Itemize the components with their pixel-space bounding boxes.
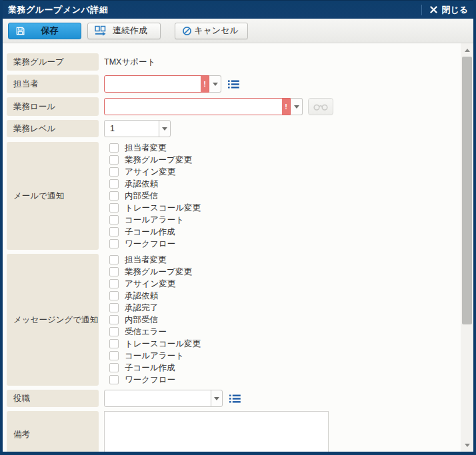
cancel-button[interactable]: キャンセル	[175, 23, 248, 39]
business-level-dropdown-arrow[interactable]	[159, 120, 171, 137]
business-group-label: 業務グループ	[7, 53, 99, 71]
mail-notify-option: トレースコール変更	[109, 202, 201, 214]
business-level-value: 1	[105, 121, 159, 137]
scroll-down-icon	[465, 444, 470, 447]
checkbox-unchecked[interactable]	[109, 339, 119, 348]
mail-notify-option: 承認依頼	[109, 178, 201, 190]
remarks-textarea[interactable]	[104, 411, 329, 452]
business-group-member-detail-dialog: 業務グループメンバ詳細 閉じる 保存	[0, 0, 476, 455]
messaging-notify-label: メッセージングで通知	[7, 254, 99, 386]
checkbox-unchecked[interactable]	[109, 363, 119, 372]
checkbox-unchecked[interactable]	[109, 167, 119, 177]
messaging-notify-option: 受信エラー	[109, 326, 201, 338]
checkbox-unchecked[interactable]	[109, 303, 119, 312]
checkbox-unchecked[interactable]	[109, 279, 119, 288]
business-level-select[interactable]: 1	[104, 120, 171, 137]
checkbox-unchecked[interactable]	[109, 239, 119, 248]
messaging-notify-option: 子コール作成	[109, 362, 201, 374]
dialog-title: 業務グループメンバ詳細	[0, 4, 108, 16]
business-role-dropdown-arrow[interactable]	[291, 98, 303, 115]
messaging-notify-option: 業務グループ変更	[109, 266, 201, 278]
form-content: 業務グループ TMXサポート 担当者 !	[3, 43, 461, 452]
mail-notify-row: メールで通知 担当者変更 業務グループ変更 アサイン変更 承認依頼 内部受信 ト…	[7, 142, 461, 250]
mail-notify-option: ワークフロー	[109, 238, 201, 250]
scroll-down-button[interactable]	[461, 440, 473, 450]
business-group-row: 業務グループ TMXサポート	[7, 53, 461, 71]
assignee-label: 担当者	[7, 75, 99, 93]
remarks-row: 備考	[7, 411, 461, 452]
vertical-scrollbar	[461, 43, 473, 452]
checkbox-unchecked[interactable]	[109, 227, 119, 236]
checkbox-unchecked[interactable]	[109, 315, 119, 324]
mail-notify-option: コールアラート	[109, 214, 201, 226]
messaging-notify-option: アサイン変更	[109, 278, 201, 290]
list-icon	[228, 80, 239, 89]
chevron-down-icon	[294, 105, 299, 109]
continuous-create-button-label: 連続作成	[107, 25, 153, 37]
checkbox-unchecked[interactable]	[109, 203, 119, 213]
assignee-dropdown-arrow[interactable]	[209, 75, 221, 93]
business-role-input[interactable]	[105, 99, 282, 115]
checkbox-unchecked[interactable]	[109, 267, 119, 276]
remarks-label: 備考	[7, 411, 99, 452]
cancel-icon	[182, 26, 192, 36]
business-role-lookup-button[interactable]	[308, 98, 333, 115]
business-role-label: 業務ロール	[7, 97, 99, 116]
mail-notify-option: 内部受信	[109, 190, 201, 202]
business-level-row: 業務レベル 1	[7, 120, 461, 137]
position-label: 役職	[7, 390, 99, 407]
position-dropdown-arrow[interactable]	[211, 390, 223, 407]
scroll-up-button[interactable]	[461, 45, 473, 55]
mail-notify-option: 業務グループ変更	[109, 154, 201, 166]
list-icon	[229, 394, 241, 403]
messaging-notify-row: メッセージングで通知 担当者変更 業務グループ変更 アサイン変更 承認依頼 承認…	[7, 254, 461, 386]
checkbox-unchecked[interactable]	[109, 255, 119, 264]
chevron-down-icon	[214, 397, 219, 400]
assignee-list-button[interactable]	[228, 80, 239, 89]
messaging-notify-option: 承認完了	[109, 302, 201, 314]
checkbox-unchecked[interactable]	[109, 375, 119, 384]
close-button[interactable]: 閉じる	[421, 1, 476, 19]
checkbox-unchecked[interactable]	[109, 179, 119, 189]
checkbox-unchecked[interactable]	[109, 143, 119, 153]
checkbox-unchecked[interactable]	[109, 155, 119, 165]
checkbox-unchecked[interactable]	[109, 215, 119, 225]
save-icon	[15, 26, 25, 36]
mail-notify-option: 担当者変更	[109, 142, 201, 154]
continuous-create-button[interactable]: 連続作成	[87, 23, 161, 39]
save-button-label: 保存	[25, 25, 74, 37]
chevron-down-icon	[162, 127, 167, 131]
required-badge: !	[201, 76, 209, 92]
required-badge: !	[282, 99, 290, 115]
titlebar-separator	[421, 5, 422, 15]
business-level-label: 業務レベル	[7, 120, 99, 137]
title-bar: 業務グループメンバ詳細 閉じる	[0, 0, 476, 19]
save-button[interactable]: 保存	[8, 23, 81, 39]
messaging-notify-option: 担当者変更	[109, 254, 201, 266]
assignee-input[interactable]	[105, 76, 201, 92]
checkbox-unchecked[interactable]	[109, 291, 119, 300]
scroll-up-icon	[465, 49, 470, 52]
mail-notify-option: アサイン変更	[109, 166, 201, 178]
close-icon	[430, 6, 437, 13]
business-role-row: 業務ロール !	[7, 97, 461, 116]
messaging-notify-option: コールアラート	[109, 350, 201, 362]
checkbox-unchecked[interactable]	[109, 351, 119, 360]
position-list-button[interactable]	[229, 394, 241, 403]
messaging-notify-option: ワークフロー	[109, 374, 201, 386]
scrollbar-thumb[interactable]	[462, 57, 472, 324]
close-button-label: 閉じる	[441, 4, 468, 16]
business-group-value: TMXサポート	[104, 57, 155, 68]
chevron-down-icon	[213, 83, 218, 86]
mail-notify-option: 子コール作成	[109, 226, 201, 238]
assignee-row: 担当者 !	[7, 75, 461, 93]
messaging-notify-option: トレースコール変更	[109, 338, 201, 350]
cancel-button-label: キャンセル	[192, 25, 241, 37]
continuous-create-icon	[95, 25, 107, 36]
position-row: 役職	[7, 390, 461, 407]
mail-notify-label: メールで通知	[7, 142, 99, 250]
position-input[interactable]	[105, 390, 211, 406]
checkbox-unchecked[interactable]	[109, 327, 119, 336]
checkbox-unchecked[interactable]	[109, 191, 119, 201]
glasses-icon	[313, 103, 329, 111]
